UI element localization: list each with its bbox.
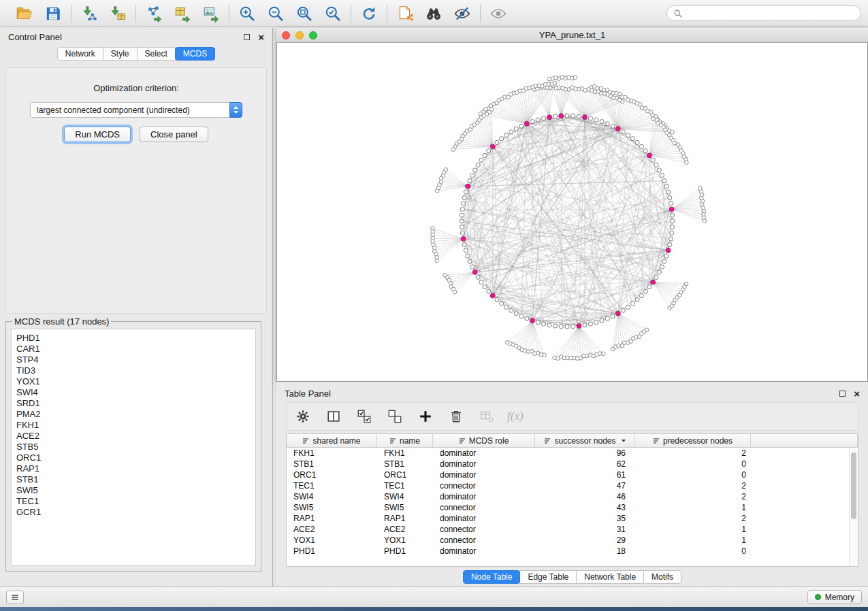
cell-predecessor-nodes[interactable]: 0	[635, 470, 751, 480]
minimize-window-icon[interactable]	[295, 31, 304, 39]
mcds-result-item[interactable]: STB1	[16, 474, 251, 485]
select-all-button[interactable]	[355, 407, 374, 426]
cell-mcds-role[interactable]: connector	[433, 525, 535, 534]
import-network-button[interactable]	[78, 3, 101, 24]
eye-slash-button[interactable]	[451, 3, 474, 24]
import-table-button[interactable]	[106, 3, 129, 24]
cell-predecessor-nodes[interactable]: 1	[635, 503, 751, 512]
cell-shared-name[interactable]: FKH1	[287, 448, 377, 458]
close-panel-icon[interactable]: ×	[258, 32, 264, 42]
zoom-fit-button[interactable]	[293, 3, 316, 24]
share-document-button[interactable]	[393, 3, 417, 24]
refresh-button[interactable]	[357, 3, 381, 24]
table-row[interactable]: YOX1YOX1connector291	[287, 535, 858, 546]
tab-style[interactable]: Style	[103, 47, 138, 61]
table-row[interactable]: SWI4SWI4dominator462	[287, 491, 858, 502]
save-button[interactable]	[42, 3, 65, 24]
mcds-result-item[interactable]: SWI5	[16, 485, 251, 496]
cell-mcds-role[interactable]: dominator	[433, 448, 535, 458]
columns-button[interactable]	[324, 407, 343, 426]
search-input[interactable]	[687, 9, 854, 18]
cell-successor-nodes[interactable]: 61	[535, 470, 635, 480]
column-header-mcds-role[interactable]: MCDS role	[433, 434, 535, 447]
cell-name[interactable]: STB1	[377, 459, 433, 469]
search-box[interactable]	[666, 5, 861, 21]
close-window-icon[interactable]	[282, 31, 290, 39]
network-graph[interactable]	[277, 43, 867, 381]
cell-successor-nodes[interactable]: 96	[535, 448, 635, 458]
import-disabled-button[interactable]	[477, 407, 496, 426]
cell-mcds-role[interactable]: dominator	[433, 470, 535, 480]
cell-successor-nodes[interactable]: 18	[535, 546, 635, 556]
tab-select[interactable]: Select	[137, 47, 176, 61]
cell-predecessor-nodes[interactable]: 2	[635, 448, 751, 458]
cell-successor-nodes[interactable]: 31	[535, 525, 635, 534]
export-network-button[interactable]	[142, 3, 165, 24]
table-row[interactable]: FKH1FKH1dominator962	[287, 448, 858, 459]
table-row[interactable]: RAP1RAP1dominator352	[287, 513, 858, 524]
cell-mcds-role[interactable]: connector	[433, 503, 535, 512]
cell-shared-name[interactable]: STB1	[287, 459, 377, 469]
table-row[interactable]: ORC1ORC1dominator610	[287, 469, 858, 480]
cell-name[interactable]: PHD1	[377, 546, 433, 556]
cell-name[interactable]: SWI5	[377, 503, 433, 512]
network-window-titlebar[interactable]: YPA_prune.txt_1	[276, 28, 868, 43]
mcds-result-item[interactable]: TEC1	[16, 496, 251, 507]
cell-name[interactable]: RAP1	[377, 514, 433, 523]
scrollbar-thumb[interactable]	[851, 452, 856, 519]
zoom-selected-button[interactable]	[321, 3, 344, 24]
tab-mcds[interactable]: MCDS	[175, 47, 215, 61]
mcds-result-item[interactable]: PMA2	[16, 409, 251, 420]
table-row[interactable]: TEC1TEC1connector472	[287, 480, 858, 491]
cell-predecessor-nodes[interactable]: 1	[635, 525, 751, 534]
column-header-predecessor-nodes[interactable]: predecessor nodes	[635, 434, 751, 447]
column-header-successor-nodes[interactable]: successor nodes	[535, 434, 635, 447]
delete-button[interactable]	[447, 407, 466, 426]
add-button[interactable]	[416, 407, 435, 426]
cell-successor-nodes[interactable]: 62	[535, 459, 635, 469]
gear-button[interactable]	[293, 407, 312, 426]
cell-mcds-role[interactable]: dominator	[433, 514, 535, 523]
eye-disabled-button[interactable]	[487, 3, 510, 24]
zoom-in-button[interactable]	[236, 3, 259, 24]
cell-name[interactable]: ORC1	[377, 470, 433, 480]
function-builder-icon[interactable]: f(x)	[507, 410, 524, 423]
cell-shared-name[interactable]: ORC1	[287, 470, 377, 480]
binoculars-button[interactable]	[422, 3, 445, 24]
table-row[interactable]: PHD1PHD1dominator180	[287, 546, 858, 557]
cell-shared-name[interactable]: RAP1	[287, 514, 377, 523]
mcds-result-item[interactable]: YOX1	[16, 376, 251, 387]
open-folder-button[interactable]	[13, 3, 36, 24]
mcds-result-item[interactable]: TID3	[16, 365, 251, 376]
cell-shared-name[interactable]: ACE2	[287, 525, 377, 534]
cell-mcds-role[interactable]: connector	[433, 481, 535, 491]
criterion-dropdown[interactable]: largest connected component (undirected)	[30, 102, 242, 118]
mcds-result-item[interactable]: RAP1	[16, 463, 251, 474]
mcds-result-item[interactable]: SRD1	[16, 398, 251, 409]
column-header-shared-name[interactable]: shared name	[287, 434, 377, 447]
mcds-result-item[interactable]: STP4	[16, 354, 251, 365]
close-table-panel-icon[interactable]: ×	[854, 389, 860, 399]
mcds-result-item[interactable]: FKH1	[16, 420, 251, 431]
column-header-name[interactable]: name	[377, 434, 433, 447]
tab-edge-table[interactable]: Edge Table	[519, 570, 577, 584]
float-table-panel-icon[interactable]	[839, 391, 846, 397]
mcds-result-item[interactable]: GCR1	[16, 507, 251, 518]
cell-predecessor-nodes[interactable]: 1	[635, 535, 751, 545]
mcds-result-item[interactable]: ACE2	[16, 431, 251, 442]
mcds-result-item[interactable]: PHD1	[16, 333, 251, 344]
cell-name[interactable]: YOX1	[377, 535, 433, 545]
table-row[interactable]: ACE2ACE2connector311	[287, 524, 858, 535]
cell-successor-nodes[interactable]: 43	[535, 503, 635, 512]
cell-shared-name[interactable]: TEC1	[287, 481, 377, 491]
tab-network[interactable]: Network	[57, 47, 103, 61]
cell-successor-nodes[interactable]: 35	[535, 514, 635, 523]
cell-predecessor-nodes[interactable]: 0	[635, 546, 751, 556]
tab-network-table[interactable]: Network Table	[576, 570, 644, 584]
cell-shared-name[interactable]: YOX1	[287, 535, 377, 545]
cell-name[interactable]: SWI4	[377, 492, 433, 501]
maximize-window-icon[interactable]	[309, 31, 317, 39]
cell-predecessor-nodes[interactable]: 2	[635, 514, 751, 523]
tab-motifs[interactable]: Motifs	[643, 570, 681, 584]
export-image-button[interactable]	[199, 3, 223, 24]
